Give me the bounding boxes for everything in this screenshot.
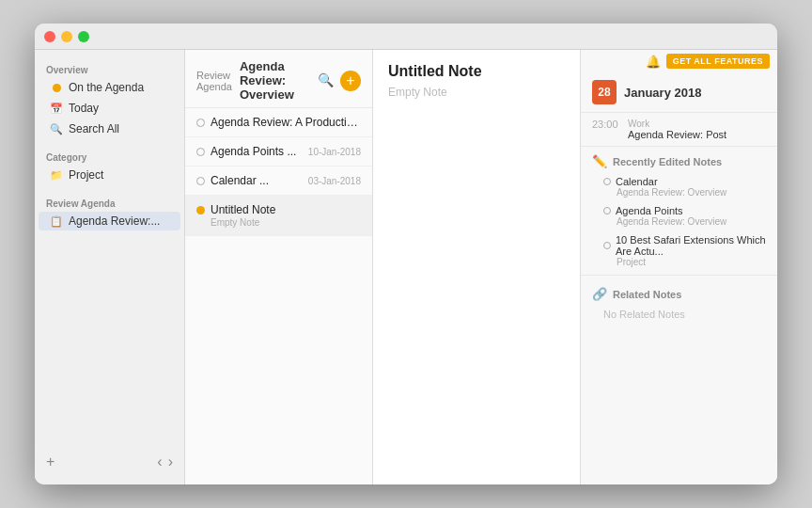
event-details: Work Agenda Review: Post — [628, 119, 726, 140]
event-category: Work — [628, 119, 726, 129]
back-button[interactable]: ‹ — [157, 454, 162, 469]
sidebar: Overview On the Agenda 📅 Today 🔍 Search … — [35, 50, 185, 484]
calendar-date-box: 28 — [592, 80, 617, 104]
note-subtitle: Empty Note — [196, 217, 361, 228]
note-date: 10-Jan-2018 — [308, 147, 361, 157]
event-time: 23:00 — [592, 119, 622, 130]
on-agenda-label: On the Agenda — [69, 81, 144, 94]
sidebar-item-project[interactable]: 📁 Project — [39, 166, 180, 184]
close-button[interactable] — [44, 31, 55, 42]
folder-icon: 📁 — [50, 168, 63, 182]
note-title: Calendar ... — [211, 174, 303, 187]
calendar-month: January 2018 — [624, 86, 701, 100]
note-title: Untitled Note — [211, 203, 361, 216]
events-block: 23:00 Work Agenda Review: Post — [581, 113, 777, 147]
note-list-title: Agenda Review: Overview — [240, 59, 308, 102]
recent-dot-icon — [603, 207, 611, 214]
detail-empty-label: Empty Note — [388, 86, 565, 99]
note-dot-icon — [196, 119, 205, 127]
app-window: Overview On the Agenda 📅 Today 🔍 Search … — [35, 24, 777, 484]
list-item[interactable]: Agenda Points ... 10-Jan-2018 — [185, 137, 372, 167]
note-dot-icon — [196, 148, 205, 156]
notification-icon: 🔔 — [646, 55, 661, 69]
recent-note-subtitle: Agenda Review: Overview — [603, 216, 766, 227]
related-icon: 🔗 — [592, 287, 607, 301]
sidebar-bottom: + ‹ › — [35, 449, 184, 475]
forward-button[interactable]: › — [168, 454, 173, 469]
list-item[interactable]: Untitled Note Empty Note — [185, 196, 372, 236]
sidebar-item-today[interactable]: 📅 Today — [39, 99, 180, 118]
note-title: Agenda Points ... — [211, 145, 303, 158]
note-title: Agenda Review: A Productive Calendar Bas… — [211, 116, 361, 129]
note-list-actions: 🔍 + — [316, 71, 361, 91]
related-notes-header: 🔗 Related Notes — [581, 279, 777, 305]
event-title: Agenda Review: Post — [628, 129, 726, 140]
recently-edited-header: ✏️ Recently Edited Notes — [581, 147, 777, 172]
sidebar-item-on-agenda[interactable]: On the Agenda — [39, 78, 180, 97]
sidebar-item-search-all[interactable]: 🔍 Search All — [39, 119, 180, 138]
traffic-lights — [44, 31, 89, 42]
recent-dot-icon — [603, 178, 611, 185]
maximize-button[interactable] — [78, 31, 89, 42]
search-notes-button[interactable]: 🔍 — [316, 71, 335, 89]
note-date: 03-Jan-2018 — [308, 176, 361, 186]
recently-edited-label: Recently Edited Notes — [613, 156, 722, 167]
note-items: Agenda Review: A Productive Calendar Bas… — [185, 108, 372, 484]
minimize-button[interactable] — [61, 31, 72, 42]
add-note-button[interactable]: + — [340, 71, 361, 91]
note-list-header: Review Agenda Agenda Review: Overview 🔍 … — [185, 50, 372, 108]
related-notes-label: Related Notes — [613, 289, 681, 300]
nav-buttons: ‹ › — [157, 454, 173, 469]
recent-note-title: Calendar — [616, 176, 658, 187]
breadcrumb: Review Agenda — [196, 70, 232, 92]
calendar-day: 28 — [598, 86, 610, 99]
list-item[interactable]: Agenda Review: A Productive Calendar Bas… — [185, 108, 372, 137]
right-panel: 🔔 GET ALL FEATURES 28 January 2018 23:00… — [580, 50, 777, 484]
right-banner: 🔔 GET ALL FEATURES — [581, 50, 777, 72]
recent-dot-icon — [603, 242, 611, 249]
detail-content: Untitled Note Empty Note — [373, 50, 580, 484]
recently-edited-item[interactable]: Calendar Agenda Review: Overview — [581, 172, 777, 201]
event-row: 23:00 Work Agenda Review: Post — [592, 119, 766, 140]
category-section-label: Category — [35, 147, 184, 165]
main-layout: Overview On the Agenda 📅 Today 🔍 Search … — [35, 50, 777, 484]
calendar-block: 28 January 2018 — [581, 72, 777, 113]
agenda-review-label: Agenda Review:... — [69, 214, 160, 228]
review-agenda-section-label: Review Agenda — [35, 193, 184, 211]
note-dot-yellow-icon — [196, 206, 205, 214]
search-icon: 🔍 — [50, 122, 63, 135]
note-icon: 📋 — [50, 214, 63, 228]
get-all-features-button[interactable]: GET ALL FEATURES — [666, 54, 770, 69]
recent-note-subtitle: Agenda Review: Overview — [603, 187, 766, 198]
no-related-label: No Related Notes — [581, 305, 777, 324]
search-all-label: Search All — [69, 122, 119, 135]
add-note-button[interactable]: + — [46, 454, 55, 469]
title-bar — [35, 24, 777, 50]
project-label: Project — [69, 168, 103, 182]
note-list: Review Agenda Agenda Review: Overview 🔍 … — [185, 50, 373, 484]
sidebar-item-agenda-review[interactable]: 📋 Agenda Review:... — [39, 212, 180, 230]
agenda-icon — [50, 81, 63, 94]
pencil-icon: ✏️ — [592, 154, 607, 168]
recent-note-title: Agenda Points — [616, 205, 683, 216]
calendar-icon: 📅 — [50, 102, 63, 115]
recent-note-subtitle: Project — [603, 257, 766, 267]
recently-edited-item[interactable]: Agenda Points Agenda Review: Overview — [581, 201, 777, 230]
note-dot-icon — [196, 177, 205, 185]
today-label: Today — [69, 102, 99, 115]
overview-section-label: Overview — [35, 59, 184, 77]
recently-edited-item[interactable]: 10 Best Safari Extensions Which Are Actu… — [581, 230, 777, 271]
list-item[interactable]: Calendar ... 03-Jan-2018 — [185, 167, 372, 196]
recent-note-title: 10 Best Safari Extensions Which Are Actu… — [616, 234, 766, 257]
section-divider — [581, 275, 777, 276]
detail-title: Untitled Note — [388, 63, 565, 80]
detail-panel: Untitled Note Empty Note — [373, 50, 580, 484]
